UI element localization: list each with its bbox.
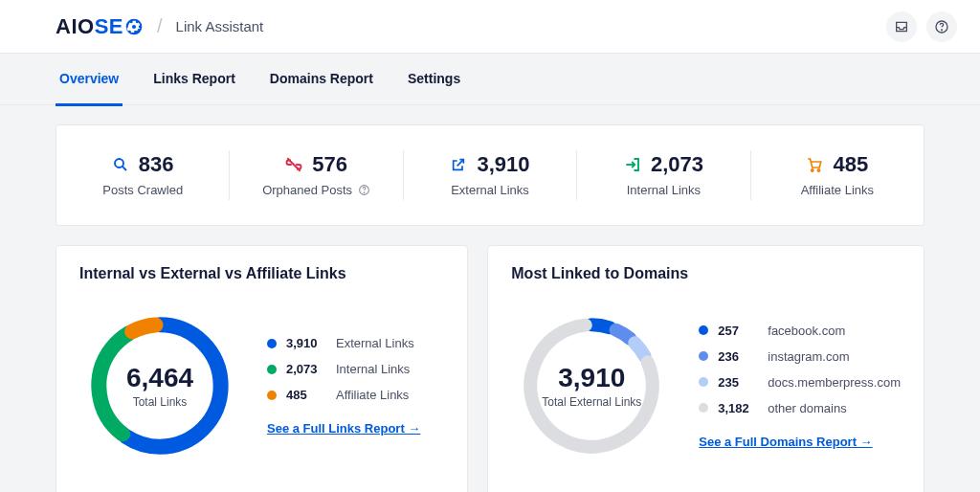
breadcrumb: Link Assistant	[176, 18, 264, 34]
help-icon	[934, 19, 949, 34]
full-links-report-link[interactable]: See a Full Links Report →	[267, 421, 420, 436]
panel-title: Most Linked to Domains	[511, 265, 901, 282]
svg-point-1	[942, 29, 943, 30]
external-link-icon	[450, 156, 467, 173]
stat-label: Internal Links	[627, 183, 701, 197]
stat-external-links: 3,910 External Links	[404, 150, 577, 200]
legend-dot	[267, 339, 277, 348]
panel-top-domains: Most Linked to Domains 3,910 Total Exter…	[487, 245, 924, 492]
search-icon	[112, 156, 129, 173]
breadcrumb-divider: /	[157, 15, 163, 37]
stat-label: Orphaned Posts	[262, 183, 370, 197]
legend-row: 257 facebook.com	[699, 324, 901, 338]
logo-text-aio: AIO	[56, 14, 95, 39]
svg-point-2	[115, 159, 123, 168]
legend-dot	[699, 377, 708, 387]
panel-link-breakdown: Internal vs External vs Affiliate Links …	[56, 245, 468, 492]
legend-row: 3,910 External Links	[267, 336, 420, 350]
legend-row: 2,073 Internal Links	[267, 362, 420, 376]
donut-center-label: Total Links	[133, 395, 188, 409]
tab-settings[interactable]: Settings	[404, 54, 464, 106]
full-domains-report-link[interactable]: See a Full Domains Report →	[699, 435, 872, 449]
inbox-icon	[894, 19, 909, 34]
top-bar: AIO SE / Link Assistant	[0, 0, 980, 54]
legend-dot	[699, 325, 708, 335]
stat-affiliate-links: 485 Affiliate Links	[751, 150, 924, 200]
tab-overview[interactable]: Overview	[56, 54, 122, 106]
unlink-icon	[285, 156, 302, 173]
help-button[interactable]	[926, 11, 957, 42]
stat-value: 485	[833, 152, 868, 177]
legend-row: 3,182 other domains	[699, 401, 901, 415]
legend-row: 485 Affiliate Links	[267, 388, 420, 402]
cart-icon	[806, 156, 823, 173]
donut-center-value: 6,464	[126, 363, 193, 393]
legend-dot	[267, 365, 277, 374]
tab-links-report[interactable]: Links Report	[149, 54, 239, 106]
stat-orphaned-posts: 576 Orphaned Posts	[230, 150, 403, 200]
stat-value: 2,073	[651, 152, 703, 177]
stat-value: 836	[139, 152, 174, 177]
inbox-button[interactable]	[886, 11, 917, 42]
legend-links: 3,910 External Links 2,073 Internal Link…	[267, 336, 420, 436]
logo: AIO SE	[56, 14, 144, 39]
legend-domains: 257 facebook.com 236 instagram.com 235 d…	[699, 324, 901, 449]
donut-center-value: 3,910	[558, 363, 625, 393]
donut-center-label: Total External Links	[542, 395, 641, 409]
svg-point-6	[364, 192, 365, 193]
enter-icon	[624, 156, 641, 173]
stats-card: 836 Posts Crawled 576 Orphaned Posts 3,9…	[56, 124, 924, 226]
donut-chart-links: 6,464 Total Links	[79, 305, 240, 466]
tab-domains-report[interactable]: Domains Report	[266, 54, 377, 106]
gear-icon	[124, 17, 144, 36]
svg-point-8	[818, 169, 820, 171]
help-icon[interactable]	[358, 184, 370, 196]
legend-dot	[699, 403, 708, 413]
stat-internal-links: 2,073 Internal Links	[577, 150, 750, 200]
stat-value: 3,910	[477, 152, 529, 177]
panel-title: Internal vs External vs Affiliate Links	[79, 265, 444, 282]
logo-text-seo: SE	[95, 14, 144, 39]
stat-posts-crawled: 836 Posts Crawled	[56, 150, 230, 200]
stat-value: 576	[312, 152, 347, 177]
legend-dot	[267, 391, 277, 400]
legend-row: 235 docs.memberpress.com	[699, 375, 901, 390]
legend-row: 236 instagram.com	[699, 349, 901, 364]
svg-line-3	[122, 167, 126, 170]
stat-label: Affiliate Links	[801, 183, 874, 197]
tab-bar: Overview Links Report Domains Report Set…	[0, 54, 980, 105]
legend-dot	[699, 351, 708, 361]
content: 836 Posts Crawled 576 Orphaned Posts 3,9…	[0, 105, 980, 492]
stat-label: Posts Crawled	[102, 183, 183, 197]
svg-point-7	[812, 169, 813, 171]
donut-chart-domains: 3,910 Total External Links	[511, 305, 672, 466]
stat-label: External Links	[451, 183, 529, 197]
